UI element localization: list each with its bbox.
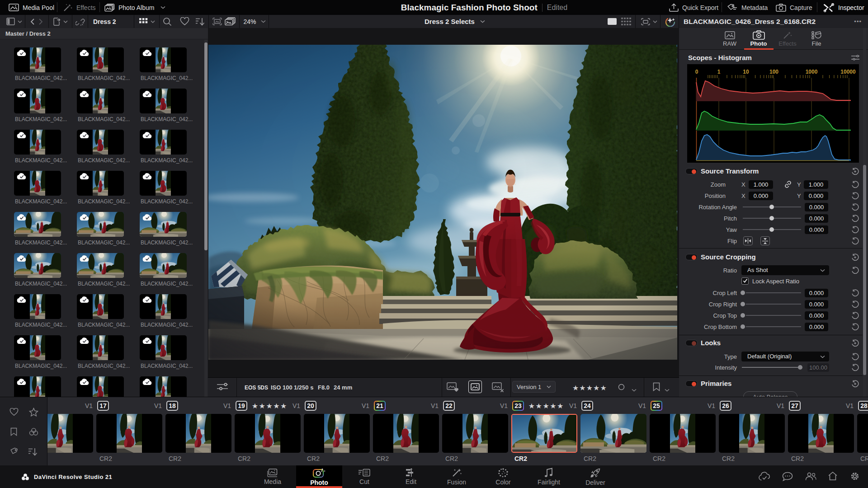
svg-text:1: 1 [717, 69, 721, 75]
svg-text:100: 100 [769, 69, 778, 75]
svg-text:10: 10 [743, 69, 749, 75]
svg-text:1000: 1000 [806, 69, 818, 75]
svg-text:0: 0 [695, 69, 698, 75]
svg-text:10000: 10000 [840, 69, 856, 75]
